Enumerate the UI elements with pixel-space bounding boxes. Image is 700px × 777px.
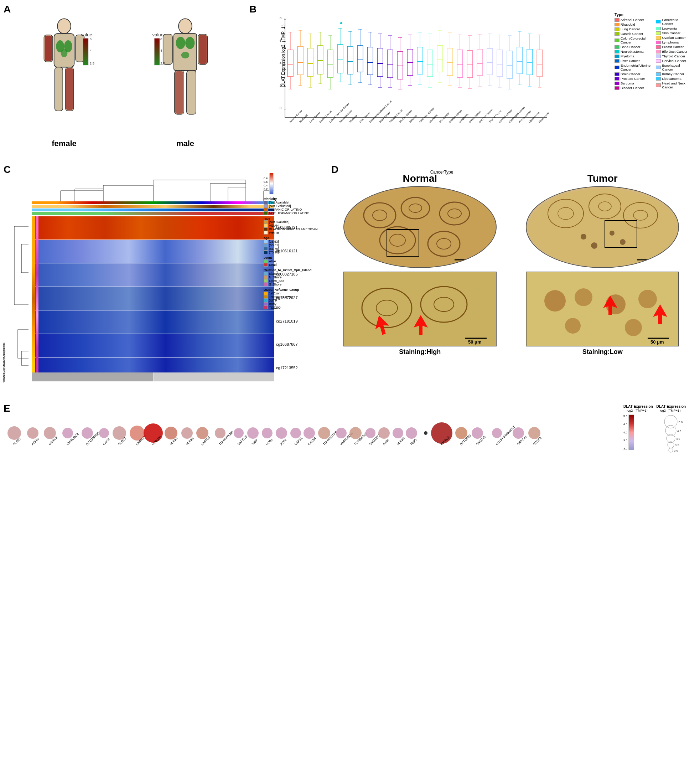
tumor-title: Tumor — [587, 173, 618, 184]
svg-rect-152 — [437, 46, 443, 72]
svg-point-233 — [448, 209, 461, 218]
race-bar — [32, 205, 274, 208]
box-rhabdoid: Rhabdoid — [297, 30, 308, 123]
panel-a: A value — [3, 3, 246, 157]
svg-text:6: 6 — [160, 37, 162, 41]
size-legend-title: DLAT Expression — [657, 404, 686, 408]
staining-high: Staining:High — [399, 348, 441, 356]
svg-rect-124 — [397, 52, 403, 79]
legend-liposarcoma: Liposarcoma — [656, 77, 689, 80]
staining-low: Staining:Low — [582, 348, 623, 356]
svg-rect-201 — [507, 51, 513, 79]
legend-thyroid: Thyroid Cancer — [656, 54, 689, 58]
svg-text:0: 0 — [280, 106, 282, 110]
cpg-label-5: cg16687867 — [276, 342, 298, 346]
svg-point-229 — [373, 210, 387, 221]
legend-kidney: Kidney Cancer — [656, 72, 689, 76]
svg-point-321 — [378, 427, 390, 439]
svg-text:200 μm: 200 μm — [462, 261, 478, 266]
box-adrenal: Adrenal Cancer — [287, 32, 303, 123]
box-bileduct: Bile Duct Cancer — [477, 34, 493, 123]
svg-rect-81 — [337, 45, 343, 73]
svg-rect-74 — [327, 50, 333, 78]
svg-point-18 — [176, 37, 185, 49]
svg-point-299 — [215, 428, 225, 438]
svg-text:A704: A704 — [279, 438, 287, 446]
svg-rect-110 — [377, 48, 383, 77]
legend-bone: Bone Cancer — [615, 45, 653, 49]
svg-rect-21 — [163, 34, 172, 65]
annotation-bars-top — [32, 201, 274, 216]
legend-breast: Breast Cancer — [656, 45, 689, 49]
svg-rect-89 — [347, 46, 353, 74]
ethnicity-bar — [32, 201, 274, 204]
svg-point-303 — [247, 427, 258, 439]
legend-endo: Endometrial/Uterine Cancer — [615, 63, 653, 71]
female-figure: value 6 4 2.5 female — [28, 16, 100, 148]
legend-ovarian: Ovarian Cancer — [656, 36, 689, 40]
panel-d-inner: Normal — [331, 173, 691, 356]
heatmap-area: cg08065721 cg10616121 cg00327185 cg13372… — [3, 173, 324, 387]
panel-d-label: D — [331, 164, 338, 175]
legend-col-2: Pancreatic Cancer Leukemia Skin Cancer O… — [656, 18, 689, 90]
panel-e: E SLR21 ACHN OSRC2 VMRCRCZ RCC10RGB CAK2 — [3, 403, 695, 492]
svg-point-269 — [565, 318, 581, 334]
box-lung: Lung Cancer — [307, 34, 321, 123]
bubble-chart-container: SLR21 ACHN OSRC2 VMRCRCZ RCC10RGB CAK2 S… — [3, 404, 695, 494]
svg-point-85 — [340, 22, 342, 24]
size-legend-svg: 5.0 4.5 4.0 3.5 3.0 — [657, 414, 685, 454]
box-headneck: Head and Neck Cancer — [537, 35, 548, 123]
svg-text:Lymphoma: Lymphoma — [458, 113, 469, 123]
boxplot-svg: 8 6 4 2 0 A — [271, 14, 548, 139]
svg-point-260 — [620, 239, 625, 245]
svg-point-231 — [409, 204, 422, 212]
ihc-col-normal: Normal — [331, 173, 509, 356]
box-liver: Liver Cancer — [357, 29, 370, 123]
bubble-legend: DLAT Expression log2（TMP+1） 5.04.54.03.5… — [623, 404, 695, 455]
svg-point-250 — [528, 189, 678, 267]
svg-point-258 — [610, 231, 615, 236]
box-sarcoma: Sarcoma — [407, 35, 418, 123]
svg-text:CAK2: CAK2 — [102, 438, 110, 446]
svg-point-19 — [185, 37, 195, 49]
svg-rect-187 — [487, 48, 493, 75]
box-skin: Skin Cancer — [437, 30, 450, 123]
y-axis-label: DLAT Expression log2（TMP+1） — [280, 22, 287, 87]
color-ticks: 5.04.54.03.53.0 — [623, 414, 627, 450]
svg-rect-8 — [55, 67, 63, 111]
svg-rect-215 — [527, 49, 533, 75]
svg-text:A498: A498 — [382, 438, 390, 446]
svg-point-309 — [290, 428, 301, 438]
legend-sarcoma: Sarcoma — [615, 81, 653, 85]
svg-rect-67 — [317, 46, 323, 74]
svg-text:Leukemia: Leukemia — [428, 114, 438, 123]
svg-rect-208 — [517, 47, 523, 74]
svg-text:UO31: UO31 — [265, 438, 273, 446]
box-brain: Brain Cancer — [377, 34, 391, 123]
svg-point-235 — [390, 234, 405, 246]
panel-a-label: A — [3, 3, 11, 15]
heatmap-grid — [32, 216, 274, 380]
svg-text:786O: 786O — [409, 438, 418, 446]
svg-text:value: value — [152, 32, 163, 37]
svg-point-16 — [178, 18, 192, 33]
color-legend-subtitle: log2（TMP+1） — [623, 408, 653, 413]
legend-lymphoma: Lymphoma — [656, 40, 689, 44]
legend-neuro: Neuroblastoma — [615, 50, 653, 53]
svg-point-270 — [625, 319, 642, 336]
svg-rect-23 — [199, 35, 207, 63]
svg-text:200 μm: 200 μm — [644, 261, 660, 266]
bubble-legend-inner: DLAT Expression log2（TMP+1） 5.04.54.03.5… — [623, 404, 695, 455]
male-figure: value 6 4 2.5 male — [150, 16, 221, 148]
box-ovarian: Ovarian Cancer — [447, 33, 463, 123]
ihc-col-tumor: Tumor — [514, 173, 692, 356]
svg-point-256 — [633, 210, 648, 220]
svg-point-325 — [406, 427, 417, 439]
legend-rhabdoid: Rhabdoid — [615, 22, 653, 27]
svg-rect-159 — [447, 48, 453, 75]
svg-rect-241 — [344, 272, 497, 346]
legend-col-1: Adrenal Cancer Rhabdoid Lung Cancer Gast… — [615, 18, 653, 90]
svg-rect-60 — [307, 48, 313, 77]
svg-rect-166 — [457, 50, 463, 77]
svg-point-319 — [365, 428, 375, 438]
